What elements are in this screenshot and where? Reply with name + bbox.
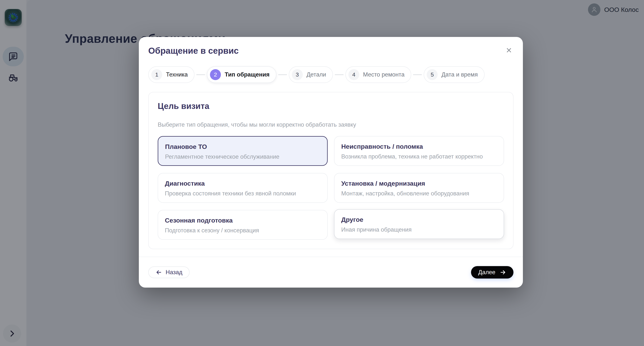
step-2-request-type[interactable]: 2 Тип обращения: [207, 66, 276, 83]
option-malfunction[interactable]: Неисправность / поломка Возникла проблем…: [334, 136, 504, 166]
step-number: 5: [427, 69, 438, 80]
back-label: Назад: [166, 269, 182, 276]
arrow-left-icon: [156, 269, 162, 276]
step-number: 1: [151, 69, 162, 80]
section-title: Цель визита: [158, 101, 504, 111]
step-label: Дата и время: [442, 71, 478, 78]
step-5-date-time[interactable]: 5 Дата и время: [424, 66, 484, 83]
option-other[interactable]: Другое Иная причина обращения: [334, 209, 504, 239]
option-title: Плановое ТО: [165, 143, 320, 150]
stepper: 1 Техника 2 Тип обращения 3 Детали 4 Мес…: [139, 56, 523, 83]
option-seasonal-preparation[interactable]: Сезонная подготовка Подготовка к сезону …: [158, 210, 328, 240]
back-button[interactable]: Назад: [148, 267, 190, 278]
step-number: 3: [292, 69, 303, 80]
option-installation[interactable]: Установка / модернизация Монтаж, настрой…: [334, 173, 504, 203]
step-4-repair-place[interactable]: 4 Место ремонта: [346, 66, 412, 83]
option-diagnostics[interactable]: Диагностика Проверка состояния техники б…: [158, 173, 328, 203]
option-title: Сезонная подготовка: [165, 217, 320, 224]
option-description: Регламентное техническое обслуживание: [165, 153, 320, 160]
step-1-machinery[interactable]: 1 Техника: [148, 66, 194, 83]
option-description: Подготовка к сезону / консервация: [165, 227, 320, 234]
option-title: Неисправность / поломка: [341, 143, 497, 150]
modal-title: Обращение в сервис: [148, 46, 514, 56]
next-label: Далее: [478, 269, 495, 276]
arrow-right-icon: [500, 269, 506, 276]
step-connector: [196, 74, 205, 75]
step-connector: [278, 74, 287, 75]
service-request-modal: Обращение в сервис × 1 Техника 2 Тип обр…: [139, 37, 523, 288]
option-description: Иная причина обращения: [341, 226, 497, 233]
step-label: Детали: [306, 71, 326, 78]
step-connector: [335, 74, 344, 75]
option-description: Проверка состояния техники без явной пол…: [165, 190, 320, 197]
option-title: Диагностика: [165, 180, 320, 187]
step-label: Техника: [166, 71, 188, 78]
option-planned-maintenance[interactable]: Плановое ТО Регламентное техническое обс…: [158, 136, 328, 166]
close-button[interactable]: ×: [503, 44, 514, 56]
next-button[interactable]: Далее: [471, 266, 514, 279]
modal-footer: Назад Далее: [139, 257, 523, 288]
visit-purpose-panel: Цель визита Выберите тип обращения, чтоб…: [148, 92, 514, 249]
section-subtitle: Выберите тип обращения, чтобы мы могли к…: [158, 121, 504, 128]
step-label: Тип обращения: [225, 71, 270, 78]
step-label: Место ремонта: [363, 71, 404, 78]
request-type-options: Плановое ТО Регламентное техническое обс…: [158, 136, 504, 240]
modal-header: Обращение в сервис ×: [139, 37, 523, 56]
step-number: 2: [210, 69, 221, 80]
close-icon: ×: [506, 45, 512, 56]
option-description: Возникла проблема, техника не работает к…: [341, 153, 497, 160]
option-description: Монтаж, настройка, обновление оборудован…: [341, 190, 497, 197]
option-title: Другое: [341, 216, 497, 223]
step-3-details[interactable]: 3 Детали: [289, 66, 333, 83]
option-title: Установка / модернизация: [341, 180, 497, 187]
step-number: 4: [348, 69, 359, 80]
step-connector: [413, 74, 422, 75]
